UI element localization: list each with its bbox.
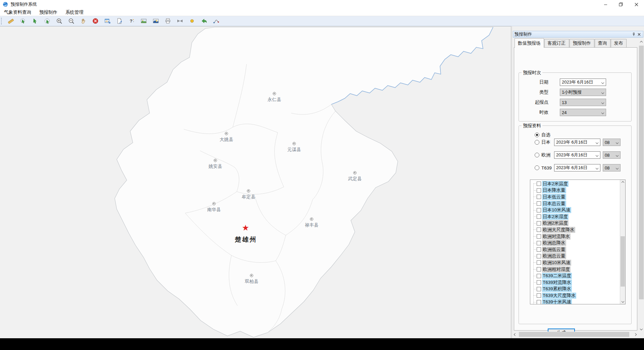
panel-scroll-up-icon[interactable] bbox=[639, 40, 644, 45]
menu-item-1[interactable]: 气象资料查询 bbox=[0, 9, 35, 16]
panel-scroll-thumb[interactable] bbox=[639, 46, 644, 299]
tree-item-label[interactable]: 欧洲相对湿度 bbox=[542, 266, 571, 272]
tree-item[interactable]: 欧洲相对湿度 bbox=[532, 266, 620, 273]
panel-scroll-left-icon[interactable] bbox=[513, 332, 518, 337]
item-checkbox[interactable] bbox=[537, 214, 541, 219]
tree-item-label[interactable]: T639对流降水 bbox=[542, 280, 572, 286]
pan-hand-icon[interactable] bbox=[78, 17, 88, 26]
item-checkbox[interactable] bbox=[537, 188, 541, 193]
item-checkbox[interactable] bbox=[537, 280, 541, 285]
tree-item-label[interactable]: T639累积降水 bbox=[542, 286, 572, 292]
item-checkbox[interactable] bbox=[537, 247, 541, 252]
pin-icon[interactable] bbox=[631, 32, 636, 37]
export-doc-icon[interactable] bbox=[114, 17, 124, 26]
tree-item[interactable]: 日本10米风速 bbox=[532, 207, 620, 213]
item-checkbox[interactable] bbox=[537, 201, 541, 206]
ruler-icon[interactable] bbox=[6, 17, 16, 26]
item-checkbox[interactable] bbox=[537, 260, 541, 265]
item-checkbox[interactable] bbox=[537, 208, 541, 212]
item-checkbox[interactable] bbox=[537, 221, 541, 226]
item-checkbox[interactable] bbox=[537, 254, 541, 258]
route-icon[interactable] bbox=[211, 17, 221, 26]
tree-item[interactable]: T639大尺度降水 bbox=[532, 292, 620, 299]
source-hour-combobox[interactable]: 08 bbox=[603, 164, 621, 171]
restore-button[interactable] bbox=[613, 0, 629, 9]
menu-item-3[interactable]: 系统管理 bbox=[61, 9, 88, 16]
item-checkbox[interactable] bbox=[537, 195, 541, 199]
tree-item-label[interactable]: 欧洲低云量 bbox=[542, 247, 566, 253]
tree-item-label[interactable]: T639大尺度降水 bbox=[542, 293, 576, 299]
起报点-combobox[interactable]: 13 bbox=[560, 99, 606, 106]
radio-T639[interactable] bbox=[535, 165, 539, 170]
tree-item-label[interactable]: 欧洲总降水 bbox=[542, 240, 566, 246]
item-checkbox[interactable] bbox=[537, 267, 541, 271]
tree-scroll-thumb[interactable] bbox=[621, 236, 625, 287]
tree-item[interactable]: 欧洲对流降水 bbox=[532, 233, 620, 240]
query-help-icon[interactable]: ? bbox=[126, 17, 137, 26]
类型-combobox[interactable]: 1小时预报 bbox=[560, 89, 606, 96]
minimize-button[interactable] bbox=[598, 0, 613, 9]
tab-3[interactable]: 预报制作 bbox=[570, 39, 594, 48]
item-checkbox[interactable] bbox=[537, 228, 541, 232]
tree-item-label[interactable]: 日本总云量 bbox=[542, 201, 566, 207]
source-hour-combobox[interactable]: 08 bbox=[603, 151, 621, 159]
panel-horizontal-scrollbar[interactable] bbox=[513, 332, 638, 337]
tree-item-label[interactable]: 欧洲大尺度降水 bbox=[542, 227, 575, 233]
tree-item[interactable]: 日本2米温度 bbox=[532, 181, 620, 187]
tree-item-label[interactable]: 日本2米温度 bbox=[542, 181, 569, 187]
item-checkbox[interactable] bbox=[537, 274, 541, 278]
tab-2[interactable]: 客观订正 bbox=[544, 39, 569, 48]
tab-4[interactable]: 查询 bbox=[595, 39, 610, 48]
tree-item-label[interactable]: T639二米温度 bbox=[542, 273, 572, 279]
print-icon[interactable] bbox=[163, 17, 173, 26]
tree-item[interactable]: 欧洲10米风速 bbox=[532, 259, 620, 266]
tree-item-label[interactable]: 日本2米湿度 bbox=[542, 214, 569, 220]
panel-close-icon[interactable] bbox=[636, 32, 642, 37]
tree-scroll-down-icon[interactable] bbox=[620, 299, 625, 304]
zoom-out-icon[interactable] bbox=[66, 17, 76, 26]
item-checkbox[interactable] bbox=[537, 300, 541, 304]
chart-window-icon[interactable] bbox=[102, 17, 112, 26]
tree-item-label[interactable]: 欧洲对流降水 bbox=[542, 234, 571, 240]
radio-欧洲[interactable] bbox=[535, 153, 539, 157]
pick-arrow-icon[interactable] bbox=[30, 17, 40, 26]
tree-item[interactable]: 欧洲低云量 bbox=[532, 246, 620, 253]
tree-item[interactable]: T639累积降水 bbox=[532, 286, 620, 293]
tree-scrollbar[interactable] bbox=[620, 180, 625, 304]
tree-item-label[interactable]: 欧洲总云量 bbox=[542, 253, 566, 259]
close-button[interactable] bbox=[629, 0, 644, 9]
distance-measure-icon[interactable] bbox=[175, 17, 185, 26]
image-icon[interactable] bbox=[139, 17, 149, 26]
时效-combobox[interactable]: 24 bbox=[560, 109, 606, 116]
item-checkbox[interactable] bbox=[537, 293, 541, 298]
source-date-combobox[interactable]: 2023年 6月16日 bbox=[554, 164, 600, 171]
tab-1[interactable]: 数值预报场 bbox=[515, 38, 544, 48]
back-arrow-icon[interactable] bbox=[199, 17, 209, 26]
tree-item-label[interactable]: 日本降水量 bbox=[542, 187, 566, 193]
zoom-in-icon[interactable] bbox=[54, 17, 64, 26]
stop-icon[interactable] bbox=[90, 17, 100, 26]
tree-scroll-up-icon[interactable] bbox=[620, 180, 625, 185]
source-date-combobox[interactable]: 2023年 6月16日 bbox=[554, 151, 600, 159]
select-region-icon[interactable] bbox=[42, 17, 52, 26]
tree-item[interactable]: 日本降水量 bbox=[532, 187, 620, 194]
radio-自选[interactable] bbox=[535, 133, 539, 137]
menu-item-2[interactable]: 预报制作 bbox=[35, 9, 61, 16]
toolbar-grip[interactable] bbox=[1, 18, 3, 24]
source-date-combobox[interactable]: 2023年 6月16日 bbox=[554, 139, 600, 146]
日期-combobox[interactable]: 2023年 6月16日 bbox=[560, 79, 606, 86]
tree-item-label[interactable]: 日本10米风速 bbox=[542, 207, 571, 213]
tree-item[interactable]: 日本2米湿度 bbox=[532, 213, 620, 220]
source-hour-combobox[interactable]: 08 bbox=[603, 139, 621, 146]
panel-scroll-right-icon[interactable] bbox=[633, 332, 638, 337]
radio-日本[interactable] bbox=[535, 140, 539, 145]
panel-hscroll-thumb[interactable] bbox=[519, 332, 629, 337]
tree-item[interactable]: T639二米温度 bbox=[532, 272, 620, 279]
tree-item[interactable]: 日本低云量 bbox=[532, 194, 620, 200]
image-night-icon[interactable] bbox=[151, 17, 161, 26]
tree-item-label[interactable]: 欧洲10米风速 bbox=[542, 260, 571, 266]
item-checkbox[interactable] bbox=[537, 287, 541, 291]
select-area-icon[interactable] bbox=[18, 17, 28, 26]
tree-item[interactable]: T639十米风速 bbox=[532, 299, 620, 304]
tree-item-label[interactable]: T639十米风速 bbox=[542, 299, 572, 304]
